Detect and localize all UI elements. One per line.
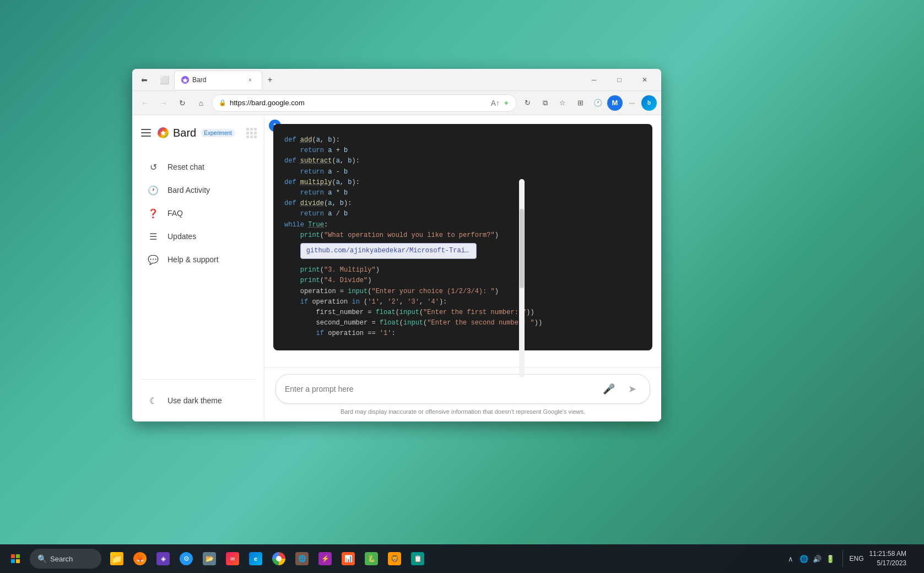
taskbar-icon-edge[interactable]: e [245, 548, 267, 570]
code-area[interactable]: 1 def add(a, b): return a + b def subtra… [264, 115, 661, 367]
code-line-21: first_number = float(input("Enter the fi… [284, 307, 641, 318]
code-line-11: return a / b [284, 209, 641, 219]
taskbar-icon-10[interactable]: ⚡ [314, 548, 336, 570]
clock-time: 11:21:58 AM [869, 549, 906, 559]
taskbar-icon-11[interactable]: 📊 [337, 548, 359, 570]
address-bar[interactable]: 🔒 https://bard.google.com A↑ ✦ [212, 94, 517, 112]
file-explorer-icon: 📁 [110, 552, 123, 565]
taskbar-icon-3[interactable]: ◈ [152, 548, 174, 570]
hamburger-line-1 [141, 129, 151, 130]
svg-rect-5 [16, 559, 20, 563]
faq-label: FAQ [167, 209, 183, 218]
favorites-btn[interactable]: ☆ [554, 95, 571, 111]
taskbar-file-explorer[interactable]: 📁 [106, 548, 128, 570]
edge-copilot-btn[interactable]: b [641, 95, 657, 111]
sidebar-item-updates[interactable]: ☰ Updates [137, 225, 260, 247]
tab-bar: Bard × + [174, 71, 582, 89]
code-line-10: def divide(a, b): [284, 198, 641, 209]
taskbar-clock[interactable]: 11:21:58 AM 5/17/2023 [869, 549, 906, 568]
taskbar-icon-14[interactable]: 📋 [407, 548, 429, 570]
taskbar-icon-6[interactable]: ✉ [221, 548, 244, 570]
taskbar-browser-1[interactable]: 🦊 [129, 548, 151, 570]
chrome-icon [272, 552, 285, 565]
browser-history-back-icon[interactable]: ⬅ [137, 72, 152, 88]
browser-profile-avatar[interactable]: M [607, 95, 623, 111]
dark-theme-label: Use dark theme [167, 396, 222, 405]
code-line-8: return a * b [284, 188, 641, 198]
window-controls: ─ □ ✕ [582, 71, 657, 89]
scrollbar-thumb[interactable] [520, 209, 524, 288]
collections-btn[interactable]: ⊞ [572, 95, 588, 111]
tray-battery-icon[interactable]: 🔋 [825, 553, 836, 564]
grid-icon [246, 128, 257, 138]
scrollbar-track[interactable] [519, 179, 525, 377]
code-line-14: print("What operation would you like to … [284, 230, 641, 241]
history-btn[interactable]: 🕐 [590, 95, 606, 111]
sidebar-item-dark-theme[interactable]: ☾ Use dark theme [137, 390, 260, 412]
code-line-5: return a - b [284, 167, 641, 177]
sidebar-item-help-support[interactable]: 💬 Help & support [137, 248, 260, 271]
prompt-input[interactable] [285, 385, 595, 393]
tray-network-icon[interactable]: 🌐 [798, 553, 809, 564]
taskbar-icon-chrome[interactable] [268, 548, 290, 570]
maximize-btn[interactable]: □ [607, 71, 631, 89]
mic-btn[interactable]: 🎤 [600, 380, 618, 398]
code-line-1: def add(a, b): [284, 135, 641, 145]
dark-theme-icon: ☾ [148, 395, 159, 406]
bard-activity-icon: 🕐 [148, 185, 159, 196]
updates-label: Updates [167, 232, 196, 241]
taskbar-icon-4[interactable]: ⚙ [175, 548, 197, 570]
language-indicator[interactable]: ENG [850, 555, 864, 563]
taskbar-icon-9[interactable]: 🌐 [291, 548, 313, 570]
read-aloud-icon[interactable]: A↑ [491, 99, 500, 107]
updates-icon: ☰ [148, 231, 159, 242]
copilot-icon[interactable]: ✦ [503, 99, 510, 107]
icon-12: 🐍 [365, 552, 378, 565]
browser-tab-btn[interactable]: ⬜ [156, 72, 172, 88]
back-btn[interactable]: ← [137, 95, 153, 111]
start-btn[interactable] [4, 548, 26, 570]
show-desktop-btn[interactable] [912, 548, 915, 570]
search-label: Search [50, 555, 73, 563]
split-screen-btn[interactable]: ⧉ [537, 95, 553, 111]
sidebar-item-faq[interactable]: ❓ FAQ [137, 202, 260, 224]
taskbar-icon-5[interactable]: 📂 [198, 548, 220, 570]
tray-volume-icon[interactable]: 🔊 [812, 553, 823, 564]
help-label: Help & support [167, 255, 219, 264]
prompt-input-container[interactable]: 🎤 ➤ [275, 374, 650, 404]
input-area: 🎤 ➤ Bard may display inaccurate or offen… [264, 367, 661, 421]
active-tab[interactable]: Bard × [174, 71, 262, 89]
minimize-btn[interactable]: ─ [582, 71, 606, 89]
send-btn[interactable]: ➤ [623, 380, 641, 398]
code-line-7: def multiply(a, b): [284, 177, 641, 188]
code-line-4: def subtract(a, b): [284, 156, 641, 166]
close-btn[interactable]: ✕ [633, 71, 657, 89]
help-icon: 💬 [148, 254, 159, 265]
tab-close-btn[interactable]: × [245, 75, 255, 85]
more-btn[interactable]: ··· [624, 95, 640, 111]
refresh-btn[interactable]: ↻ [174, 95, 191, 111]
icon-3: ◈ [156, 552, 170, 565]
svg-rect-3 [16, 554, 20, 558]
svg-rect-2 [11, 554, 15, 558]
hamburger-menu-btn[interactable] [141, 126, 151, 139]
forward-btn[interactable]: → [155, 95, 172, 111]
refresh-reload-btn[interactable]: ↻ [519, 95, 536, 111]
sidebar-item-reset-chat[interactable]: ↺ Reset chat [137, 156, 260, 178]
icon-9: 🌐 [295, 552, 309, 565]
sidebar-item-bard-activity[interactable]: 🕐 Bard Activity [137, 179, 260, 201]
code-line-22: second_number = float(input("Enter the s… [284, 318, 641, 328]
home-btn[interactable]: ⌂ [193, 95, 209, 111]
tray-arrow-icon[interactable]: ∧ [785, 553, 796, 564]
github-link[interactable]: github.com/ajinkyabedekar/Microsoft-Trai… [300, 243, 477, 259]
taskbar-icon-13[interactable]: 🦁 [383, 548, 406, 570]
new-tab-btn[interactable]: + [262, 72, 278, 88]
taskbar: 🔍 Search 📁 🦊 ◈ ⚙ 📂 ✉ [0, 544, 924, 573]
taskbar-icon-12[interactable]: 🐍 [360, 548, 382, 570]
disclaimer-text: Bard may display inaccurate or offensive… [275, 408, 650, 415]
app-grid-btn[interactable] [242, 123, 262, 143]
taskbar-search[interactable]: 🔍 Search [30, 549, 101, 569]
tab-title: Bard [192, 76, 242, 84]
sidebar-header: Bard Experiment M [132, 115, 264, 150]
tab-favicon [181, 76, 189, 84]
